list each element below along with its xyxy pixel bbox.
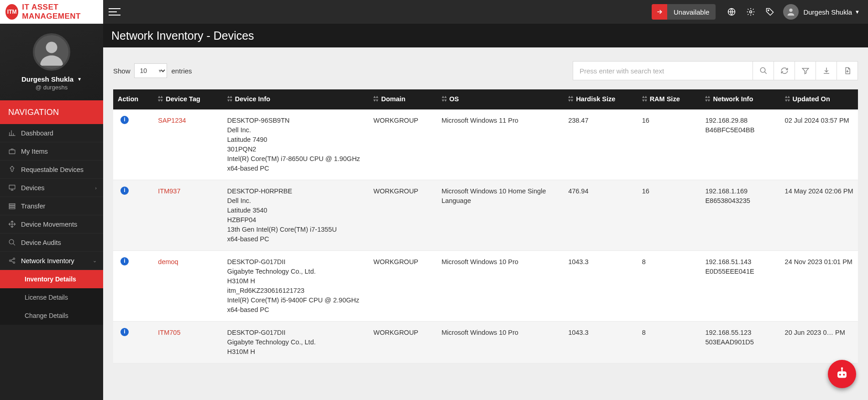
search-button[interactable]: [753, 61, 774, 80]
cell-ram: 16: [638, 109, 701, 180]
sidebar-subitem-inventory-details[interactable]: Inventory Details: [0, 270, 103, 288]
col-network-info[interactable]: Network Info: [701, 89, 780, 109]
row-info-button[interactable]: i: [120, 328, 129, 336]
cell-network: 192.168.51.143E0D55EEE041E: [701, 250, 780, 321]
sort-icon: [373, 95, 379, 104]
profile-menu-caret[interactable]: ▼: [77, 77, 82, 82]
svg-rect-8: [9, 206, 15, 207]
sidebar-item-device-movements[interactable]: Device Movements: [0, 215, 103, 234]
settings-icon[interactable]: [741, 0, 760, 24]
svg-rect-6: [9, 185, 15, 189]
table-row: iITM937DESKTOP-H0RPRBEDell Inc.Latitude …: [113, 180, 858, 250]
sidebar-item-label: Transfer: [21, 203, 45, 210]
device-tag-link[interactable]: demoq: [158, 258, 178, 265]
col-hardisk-size[interactable]: Hardisk Size: [564, 89, 638, 109]
chatbot-button[interactable]: [828, 360, 856, 388]
svg-rect-15: [837, 371, 847, 378]
refresh-button[interactable]: [774, 61, 795, 80]
col-ram-size[interactable]: RAM Size: [638, 89, 701, 109]
hamburger-icon: [109, 8, 120, 16]
svg-point-10: [9, 239, 14, 244]
cell-hardisk: 1043.3: [564, 250, 638, 321]
sidebar-item-transfer[interactable]: Transfer: [0, 197, 103, 215]
monitor-icon: [8, 184, 21, 192]
sort-icon: [785, 95, 791, 104]
logo-text: IT ASSET MANAGEMENT: [22, 3, 103, 21]
col-device-info[interactable]: Device Info: [223, 89, 369, 109]
svg-rect-5: [9, 150, 15, 154]
cell-domain: WORKGROUP: [369, 109, 437, 180]
svg-point-17: [843, 374, 845, 375]
page-size-select[interactable]: 10: [134, 63, 167, 78]
table-controls: Show 10 ▼ entries: [113, 61, 858, 80]
arrow-right-icon: [652, 4, 667, 20]
profile-name: Durgesh Shukla: [21, 75, 73, 83]
globe-icon[interactable]: [722, 0, 741, 24]
sort-icon: [568, 95, 574, 104]
table-row: idemoqDESKTOP-G017DIIGigabyte Technology…: [113, 250, 858, 321]
row-info-button[interactable]: i: [120, 257, 129, 265]
search-input[interactable]: [573, 61, 753, 80]
cell-device-info: DESKTOP-96SB9TNDell Inc.Latitude 7490301…: [223, 109, 369, 180]
cell-os: Microsoft Windows 10 Pro: [437, 250, 564, 321]
sidebar-item-label: Device Movements: [21, 221, 77, 228]
cell-device-info: DESKTOP-G017DIIGigabyte Technology Co., …: [223, 321, 369, 363]
device-tag-link[interactable]: SAP1234: [158, 117, 186, 124]
cell-updated: 20 Jun 2023 0… PM: [780, 321, 858, 363]
sidebar-item-device-audits[interactable]: Device Audits: [0, 234, 103, 252]
sort-icon: [442, 95, 448, 104]
cell-updated: 02 Jul 2024 03:57 PM: [780, 109, 858, 180]
row-info-button[interactable]: i: [120, 187, 129, 195]
sidebar-item-my-items[interactable]: My Items: [0, 142, 103, 161]
sidebar-item-network-inventory[interactable]: Network Inventory⌄: [0, 252, 103, 270]
download-button[interactable]: [816, 61, 837, 80]
svg-rect-7: [9, 204, 15, 205]
sidebar-item-devices[interactable]: Devices›: [0, 179, 103, 197]
cell-device-info: DESKTOP-H0RPRBEDell Inc.Latitude 3540HZB…: [223, 180, 369, 250]
profile-avatar[interactable]: [33, 33, 70, 71]
filter-button[interactable]: [795, 61, 816, 80]
cell-hardisk: 476.94: [564, 180, 638, 250]
user-avatar[interactable]: [783, 4, 799, 20]
profile-handle: @ durgeshs: [36, 84, 68, 91]
sidebar-item-label: Requestable Devices: [21, 166, 84, 173]
cell-ram: 8: [638, 321, 701, 363]
cell-ram: 8: [638, 250, 701, 321]
table-row: iSAP1234DESKTOP-96SB9TNDell Inc.Latitude…: [113, 109, 858, 180]
svg-rect-9: [9, 208, 15, 209]
sidebar: Durgesh Shukla ▼ @ durgeshs NAVIGATION D…: [0, 24, 103, 400]
logo-badge: ITM: [5, 4, 18, 20]
sidebar-item-label: Dashboard: [21, 130, 53, 137]
sidebar-subitem-license-details[interactable]: License Details: [0, 288, 103, 306]
sidebar-item-dashboard[interactable]: Dashboard: [0, 124, 103, 142]
unavailable-button[interactable]: Unavailable: [652, 4, 716, 20]
sort-icon: [642, 95, 648, 104]
cell-domain: WORKGROUP: [369, 180, 437, 250]
row-info-button[interactable]: i: [120, 116, 129, 124]
svg-point-4: [46, 42, 58, 53]
cell-network: 192.168.29.88B46BFC5E04BB: [701, 109, 780, 180]
briefcase-icon: [8, 147, 21, 155]
col-updated-on[interactable]: Updated On: [780, 89, 858, 109]
export-file-button[interactable]: [837, 61, 858, 80]
col-domain[interactable]: Domain: [369, 89, 437, 109]
tag-icon[interactable]: [760, 0, 779, 24]
user-menu-caret[interactable]: ▼: [855, 9, 860, 15]
device-tag-link[interactable]: ITM937: [158, 187, 180, 195]
chart-icon: [8, 129, 21, 137]
logo[interactable]: ITM IT ASSET MANAGEMENT: [0, 0, 103, 24]
cell-domain: WORKGROUP: [369, 321, 437, 363]
col-action[interactable]: Action: [113, 89, 153, 109]
col-device-tag[interactable]: Device Tag: [153, 89, 222, 109]
svg-point-2: [768, 10, 769, 11]
col-os[interactable]: OS: [437, 89, 564, 109]
device-tag-link[interactable]: ITM705: [158, 329, 180, 336]
sidebar-toggle-button[interactable]: [103, 0, 126, 24]
sidebar-subitem-change-details[interactable]: Change Details: [0, 306, 103, 325]
cell-os: Microsoft Windows 11 Pro: [437, 109, 564, 180]
right-controls: [573, 61, 858, 80]
table-body: iSAP1234DESKTOP-96SB9TNDell Inc.Latitude…: [113, 109, 858, 364]
sidebar-item-requestable-devices[interactable]: Requestable Devices: [0, 161, 103, 179]
page-title-bar: Network Inventory - Devices: [103, 24, 868, 47]
nav-header: NAVIGATION: [0, 100, 103, 124]
